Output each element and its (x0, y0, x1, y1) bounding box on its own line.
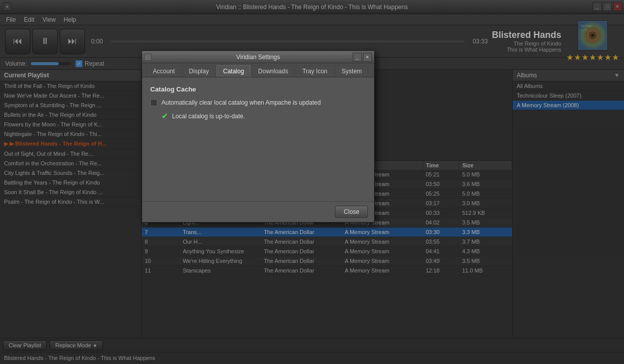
dialog-titlebar: Viridian Settings _ ✕ (142, 51, 374, 63)
dialog-minimize-button[interactable]: _ (353, 53, 362, 62)
modal-overlay: Viridian Settings _ ✕ Account Display Ca… (0, 0, 624, 364)
dialog-tabs: Account Display Catalog Downloads Tray I… (142, 63, 374, 77)
tab-system[interactable]: System (335, 65, 368, 77)
catalog-section-title: Catalog Cache (150, 85, 366, 93)
catalog-status-label: Local catalog is up-to-date. (172, 113, 245, 120)
dialog-win-controls: _ ✕ (353, 53, 372, 62)
auto-clear-label: Automatically clear local catalog when A… (161, 99, 321, 106)
tab-catalog[interactable]: Catalog (217, 65, 251, 77)
dialog-title: Viridian Settings (236, 54, 280, 61)
dialog-close-button[interactable]: ✕ (363, 53, 372, 62)
tab-display[interactable]: Display (182, 65, 215, 77)
auto-clear-checkbox[interactable] (150, 99, 157, 106)
check-green-icon: ✔ (161, 111, 168, 121)
dialog-close-btn[interactable]: Close (335, 206, 368, 218)
catalog-status: ✔ Local catalog is up-to-date. (161, 111, 366, 121)
settings-dialog: Viridian Settings _ ✕ Account Display Ca… (142, 51, 375, 222)
tab-account[interactable]: Account (146, 65, 181, 77)
tab-downloads[interactable]: Downloads (252, 65, 295, 77)
dialog-icon (144, 54, 151, 61)
auto-clear-option: Automatically clear local catalog when A… (150, 99, 366, 106)
tab-tray-icon[interactable]: Tray Icon (296, 65, 334, 77)
dialog-footer: Close (142, 201, 374, 222)
dialog-content: Catalog Cache Automatically clear local … (142, 77, 374, 129)
